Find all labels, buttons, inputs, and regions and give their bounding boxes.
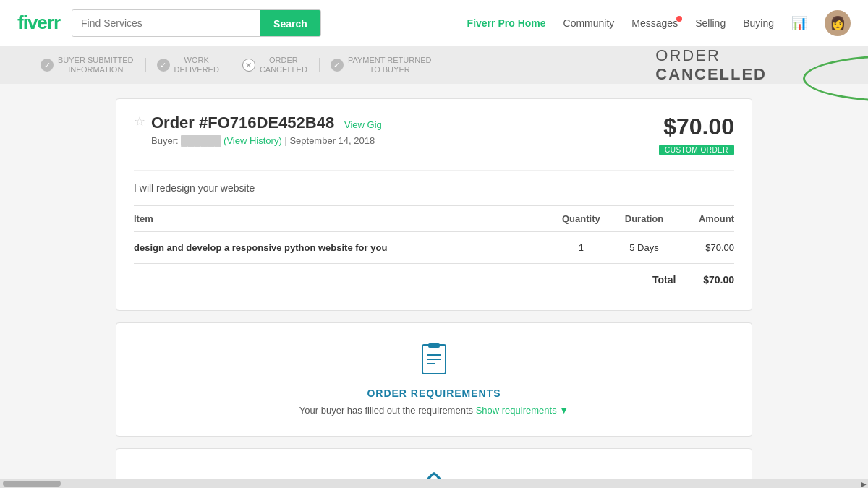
row-amount: $70.00 (676, 232, 734, 264)
row-duration: 5 Days (613, 232, 676, 264)
header-nav: Fiverr Pro Home Community Messages Selli… (467, 10, 851, 36)
step-payment-returned: ✓ PAYMENT RETURNEDTO BUYER (319, 56, 443, 74)
order-date: September 14, 2018 (289, 135, 375, 146)
nav-messages[interactable]: Messages (631, 17, 678, 29)
view-gig-link[interactable]: View Gig (344, 119, 382, 130)
step-cross-icon: ✕ (242, 59, 255, 72)
messages-notification-dot (676, 16, 682, 22)
order-title-left: ☆ Order #FO716DE452B48 View Gig Buyer: █… (134, 114, 382, 146)
row-item-name: design and develop a responsive python w… (134, 232, 550, 264)
order-table-body: design and develop a responsive python w… (134, 232, 734, 296)
fiverr-logo[interactable]: fiverr (17, 12, 60, 34)
cancelled-text: ORDER CANCELLED (655, 46, 767, 83)
search-input-wrap: Search (72, 9, 321, 37)
nav-community[interactable]: Community (563, 17, 615, 29)
nav-buying[interactable]: Buying (743, 17, 774, 29)
col-item: Item (134, 206, 550, 232)
step-label: WORKDELIVERED (174, 56, 219, 74)
view-history-link[interactable]: (View History) (224, 135, 282, 146)
search-input[interactable] (72, 10, 260, 36)
step-check-icon: ✓ (157, 59, 170, 72)
analytics-icon[interactable]: 📊 (791, 15, 807, 31)
buyer-label: Buyer: (151, 135, 179, 146)
progress-bar: ✓ BUYER SUBMITTEDINFORMATION ✓ WORKDELIV… (0, 46, 868, 84)
order-table-head: Item Quantity Duration Amount (134, 206, 734, 232)
step-label: PAYMENT RETURNEDTO BUYER (348, 56, 432, 74)
order-price: $70.00 (659, 114, 734, 140)
progress-steps: ✓ BUYER SUBMITTEDINFORMATION ✓ WORKDELIV… (29, 56, 443, 74)
favorite-star-icon[interactable]: ☆ (134, 114, 145, 129)
step-check-icon: ✓ (331, 59, 344, 72)
nav-selling[interactable]: Selling (695, 17, 726, 29)
requirements-icon (134, 343, 734, 382)
col-quantity: Quantity (550, 206, 613, 232)
order-id-row: Order #FO716DE452B48 View Gig (151, 114, 382, 132)
step-check-icon: ✓ (41, 59, 54, 72)
total-label: Total (134, 264, 676, 296)
col-duration: Duration (613, 206, 676, 232)
svg-rect-1 (428, 343, 440, 348)
requirements-text: Your buyer has filled out the requiremen… (134, 405, 734, 416)
col-amount: Amount (676, 206, 734, 232)
step-buyer-submitted: ✓ BUYER SUBMITTEDINFORMATION (29, 56, 145, 74)
order-meta: Buyer: ██████ (View History) | September… (151, 135, 382, 146)
scroll-right-arrow[interactable]: ▶ (861, 480, 867, 488)
search-bar: Search (72, 9, 321, 37)
order-header: ☆ Order #FO716DE452B48 View Gig Buyer: █… (116, 99, 752, 310)
order-table: Item Quantity Duration Amount design and… (134, 205, 734, 296)
buyer-name: ██████ (181, 135, 221, 146)
header: fiverr Search Fiverr Pro Home Community … (0, 0, 868, 46)
order-description: I will redesign your website (134, 170, 734, 194)
bottom-scrollbar[interactable]: ▶ (0, 479, 868, 488)
nav-pro-home[interactable]: Fiverr Pro Home (467, 17, 546, 29)
total-value: $70.00 (676, 264, 734, 296)
main-content: ☆ Order #FO716DE452B48 View Gig Buyer: █… (0, 84, 868, 488)
order-title-info: Order #FO716DE452B48 View Gig Buyer: ███… (151, 114, 382, 146)
show-requirements-link[interactable]: Show requirements ▼ (476, 405, 569, 416)
user-avatar[interactable]: 👩 (825, 10, 851, 36)
custom-order-badge: CUSTOM ORDER (659, 145, 734, 155)
table-row: design and develop a responsive python w… (134, 232, 734, 264)
step-label: ORDERCANCELLED (260, 56, 307, 74)
step-order-cancelled: ✕ ORDERCANCELLED (231, 56, 319, 74)
row-quantity: 1 (550, 232, 613, 264)
order-title-row: ☆ Order #FO716DE452B48 View Gig Buyer: █… (134, 114, 734, 155)
requirements-card: ORDER REQUIREMENTS Your buyer has filled… (116, 322, 752, 437)
search-button[interactable]: Search (260, 10, 320, 37)
order-price-section: $70.00 CUSTOM ORDER (659, 114, 734, 155)
total-row: Total $70.00 (134, 264, 734, 296)
scroll-thumb[interactable] (3, 481, 61, 487)
requirements-title: ORDER REQUIREMENTS (134, 388, 734, 399)
order-id: Order #FO716DE452B48 (151, 114, 334, 132)
step-label: BUYER SUBMITTEDINFORMATION (58, 56, 134, 74)
step-work-delivered: ✓ WORKDELIVERED (145, 56, 231, 74)
order-cancelled-badge: ORDER CANCELLED (655, 46, 767, 84)
order-details-card: ☆ Order #FO716DE452B48 View Gig Buyer: █… (116, 98, 752, 311)
